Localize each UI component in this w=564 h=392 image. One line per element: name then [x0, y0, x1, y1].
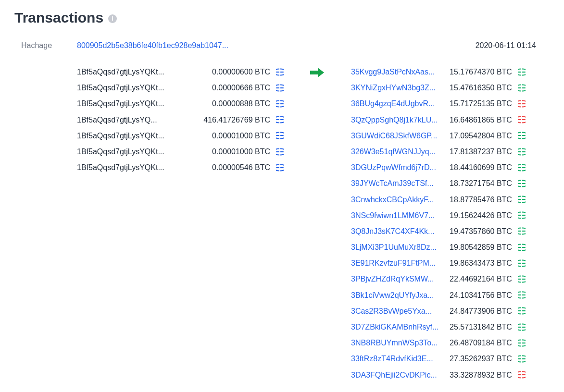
svg-rect-19	[522, 103, 526, 104]
globe-icon[interactable]	[518, 244, 526, 251]
output-address[interactable]: 3LjMXi3P1UuMuXr8Dz...	[351, 241, 450, 254]
globe-icon[interactable]	[518, 196, 526, 203]
input-address: 1Bf5aQqsd7gtjLysYQKt...	[77, 97, 178, 110]
globe-icon[interactable]	[518, 371, 526, 379]
output-address[interactable]: 3DA3FQhEjii2CvDKPic...	[351, 368, 450, 381]
output-address[interactable]: 36BUg4gzqE4dUgbvR...	[351, 97, 450, 110]
svg-rect-2	[276, 87, 279, 88]
io-container: 1Bf5aQqsd7gtjLysYQKt...0.00000600 BTC1Bf…	[77, 65, 526, 384]
output-address[interactable]: 3PBjvZHZdRqYkSMW...	[351, 272, 450, 285]
output-amount: 24.10341756 BTC	[450, 289, 516, 302]
output-address[interactable]: 3E91RKzvfzuF91FtPM...	[351, 257, 450, 270]
svg-rect-49	[522, 343, 526, 343]
output-amount: 15.17674370 BTC	[450, 65, 516, 78]
svg-rect-12	[276, 167, 279, 168]
output-amount: 27.35262937 BTC	[450, 352, 516, 365]
svg-rect-43	[522, 294, 526, 295]
output-row: 3PBjvZHZdRqYkSMW...22.44692164 BTC	[351, 272, 526, 285]
output-address[interactable]: 3DGUzPqwWfmd6j7rD...	[351, 161, 450, 174]
svg-rect-6	[276, 119, 279, 120]
globe-icon[interactable]	[518, 323, 526, 331]
output-row: 3QzQppSghQ8j1k7kLU...16.64861865 BTC	[351, 113, 526, 126]
globe-icon[interactable]	[276, 164, 284, 172]
svg-rect-34	[518, 231, 521, 232]
globe-icon[interactable]	[518, 355, 526, 363]
globe-icon[interactable]	[276, 100, 284, 108]
globe-icon[interactable]	[518, 259, 526, 267]
svg-rect-7	[280, 119, 284, 120]
output-address[interactable]: 326W3e51qfWGNJJyq...	[351, 145, 450, 158]
svg-rect-8	[276, 135, 279, 136]
svg-rect-47	[522, 326, 526, 327]
info-icon[interactable]: i	[108, 14, 117, 23]
output-amount: 15.71725135 BTC	[450, 97, 516, 110]
globe-icon[interactable]	[518, 116, 526, 123]
input-row: 1Bf5aQqsd7gtjLysYQKt...0.00000666 BTC	[77, 81, 284, 94]
input-row: 1Bf5aQqsd7gtjLysYQKt...0.00001000 BTC	[77, 145, 284, 158]
globe-icon[interactable]	[518, 100, 526, 108]
output-address[interactable]: 3QzQppSghQ8j1k7kLU...	[351, 113, 450, 126]
svg-rect-39	[522, 263, 526, 264]
globe-icon[interactable]	[518, 211, 526, 219]
svg-rect-14	[518, 71, 521, 72]
output-row: 3E91RKzvfzuF91FtPM...19.86343473 BTC	[351, 257, 526, 270]
input-amount: 0.00000546 BTC	[178, 161, 274, 174]
hash-link[interactable]: 800905d2b5e38b6fe40fb1ec928e9ab1047...	[77, 41, 476, 50]
output-amount: 19.47357860 BTC	[450, 225, 516, 238]
output-amount: 25.57131842 BTC	[450, 320, 516, 333]
output-row: 3LjMXi3P1UuMuXr8Dz...19.80542859 BTC	[351, 241, 526, 254]
input-address: 1Bf5aQqsd7gtjLysYQKt...	[77, 161, 178, 174]
svg-rect-35	[522, 231, 526, 232]
output-amount: 17.09542804 BTC	[450, 129, 516, 142]
svg-rect-21	[522, 119, 526, 120]
output-row: 3DA3FQhEjii2CvDKPic...33.32878932 BTC	[351, 368, 526, 381]
globe-icon[interactable]	[518, 227, 526, 235]
output-amount: 19.15624426 BTC	[450, 209, 516, 222]
globe-icon[interactable]	[518, 148, 526, 156]
svg-rect-4	[276, 103, 279, 104]
output-address[interactable]: 35Kvgg9JaStPcNxAas...	[351, 65, 450, 78]
output-address[interactable]: 3Bk1ciVww2qUYfyJxa...	[351, 289, 450, 302]
svg-rect-40	[518, 279, 521, 280]
output-amount: 16.64861865 BTC	[450, 113, 516, 126]
output-row: 3Q8JnJ3sK7C4XF4Kk...19.47357860 BTC	[351, 225, 526, 238]
globe-icon[interactable]	[276, 68, 284, 76]
output-address[interactable]: 3Cas2R3BvWpe5Yxa...	[351, 305, 450, 318]
input-address: 1Bf5aQqsd7gtjLysYQKt...	[77, 145, 178, 158]
globe-icon[interactable]	[518, 339, 526, 347]
globe-icon[interactable]	[276, 116, 284, 123]
globe-icon[interactable]	[518, 68, 526, 76]
globe-icon[interactable]	[518, 84, 526, 92]
globe-icon[interactable]	[518, 275, 526, 283]
globe-icon[interactable]	[518, 307, 526, 315]
globe-icon[interactable]	[276, 132, 284, 139]
output-address[interactable]: 39JYWcTcAmJ39cTSf...	[351, 177, 450, 190]
svg-rect-50	[518, 358, 521, 359]
input-amount: 0.00001000 BTC	[178, 129, 274, 142]
output-amount: 17.81387237 BTC	[450, 145, 516, 158]
svg-rect-51	[522, 358, 526, 359]
output-address[interactable]: 3Q8JnJ3sK7C4XF4Kk...	[351, 225, 450, 238]
svg-rect-29	[522, 183, 526, 184]
output-address[interactable]: 3CnwhckxCBCpAkkyF...	[351, 193, 450, 206]
globe-icon[interactable]	[276, 148, 284, 156]
input-amount: 0.00000666 BTC	[178, 81, 274, 94]
output-address[interactable]: 3KYNiZgxHYwN3bg3Z...	[351, 81, 450, 94]
output-address[interactable]: 3NB8RBUYmnWSp3To...	[351, 336, 450, 349]
output-row: 3CnwhckxCBCpAkkyF...18.87785476 BTC	[351, 193, 526, 206]
output-address[interactable]: 3D7ZBkiGKAMBnhRsyf...	[351, 320, 450, 333]
arrow-right-icon	[310, 67, 325, 78]
input-amount: 0.00000600 BTC	[178, 65, 274, 78]
output-address[interactable]: 3GUWdiC68JSkfW6GP...	[351, 129, 450, 142]
globe-icon[interactable]	[276, 84, 284, 92]
io-row: 1Bf5aQqsd7gtjLysYQKt...0.00000600 BTC1Bf…	[14, 55, 550, 384]
globe-icon[interactable]	[518, 132, 526, 139]
globe-icon[interactable]	[518, 291, 526, 299]
output-amount: 26.48709184 BTC	[450, 336, 516, 349]
output-address[interactable]: 33ftRz8zT4RdvfKid3E...	[351, 352, 450, 365]
input-row: 1Bf5aQqsd7gtjLysYQKt...0.00000546 BTC	[77, 161, 284, 174]
globe-icon[interactable]	[518, 180, 526, 187]
svg-rect-37	[522, 247, 526, 248]
output-address[interactable]: 3NSc9fwiwn1LMM6V7...	[351, 209, 450, 222]
globe-icon[interactable]	[518, 164, 526, 172]
